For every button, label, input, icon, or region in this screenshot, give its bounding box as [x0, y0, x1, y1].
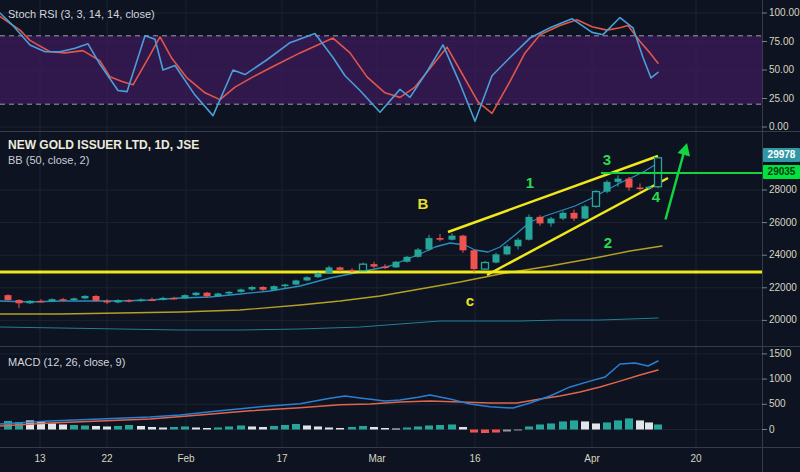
x-tick-label: Apr	[584, 453, 600, 464]
candle-body	[226, 292, 233, 294]
tradingview-chart-window: B1342c NEW GOLD ISSUER LTD, 1D, JSE BB (…	[0, 0, 800, 472]
macd-histogram-bar	[192, 427, 200, 429]
wave-label-2[interactable]: 2	[604, 234, 612, 251]
candle-body	[449, 236, 456, 240]
candle-body	[16, 300, 23, 303]
candle-body	[126, 300, 133, 302]
macd-histogram-bar	[137, 426, 145, 430]
candle-body	[548, 219, 555, 224]
macd-histogram-bar	[103, 426, 111, 429]
wave-label-1[interactable]: 1	[526, 174, 534, 191]
candle-body	[238, 289, 245, 291]
macd-histogram-bar	[425, 425, 433, 429]
candle-body	[271, 286, 278, 290]
x-tick-label: 22	[101, 453, 112, 464]
candle-body	[604, 182, 611, 192]
macd-histogram-bar	[503, 430, 511, 432]
macd-histogram-bar	[603, 422, 611, 429]
candle-body	[282, 285, 289, 287]
macd-histogram-bar	[645, 422, 653, 429]
candle-body	[315, 273, 322, 277]
candle-body	[571, 213, 578, 219]
candle-body	[426, 238, 433, 249]
candle-body	[371, 264, 378, 266]
candle-body	[326, 267, 333, 273]
candle-body	[304, 277, 311, 280]
x-tick-label: Mar	[368, 453, 385, 464]
candle-body	[537, 217, 544, 224]
y-tick-label: 1500	[769, 348, 791, 360]
candle-body	[393, 262, 400, 268]
candle-body	[171, 298, 178, 300]
chart-canvas[interactable]: B1342c	[0, 0, 800, 472]
y-tick-label: 0.00	[769, 121, 788, 133]
candle-body	[60, 299, 67, 301]
candle-body	[615, 179, 622, 182]
candle-body	[404, 257, 411, 262]
candle-body	[504, 246, 511, 254]
candle-body	[337, 267, 344, 269]
macd-histogram-bar	[359, 426, 367, 430]
up-arrow-drawing[interactable]	[666, 152, 685, 220]
last-price-label: 29978	[763, 148, 800, 162]
macd-histogram-bar	[403, 427, 411, 429]
candle-body	[460, 236, 467, 251]
wave-label-c[interactable]: c	[466, 292, 474, 309]
macd-histogram-bar	[237, 425, 245, 429]
macd-histogram-bar	[159, 427, 167, 429]
candle-body	[482, 263, 489, 270]
macd-histogram-bar	[636, 420, 644, 429]
candle-body	[49, 299, 56, 301]
macd-histogram-bar	[514, 430, 522, 431]
wave-label-4[interactable]: 4	[652, 188, 661, 205]
macd-histogram-bar	[436, 425, 444, 430]
up-arrow-head[interactable]	[678, 143, 691, 157]
macd-histogram-bar	[303, 425, 311, 429]
candle-body	[193, 293, 200, 295]
y-tick-label: 100.00	[769, 7, 800, 19]
macd-histogram-bar	[392, 428, 400, 429]
x-tick-label: 16	[469, 453, 480, 464]
macd-histogram-bar	[125, 425, 133, 430]
macd-histogram-bar	[614, 420, 622, 429]
macd-histogram-bar	[448, 424, 456, 429]
bb-indicator-label[interactable]: BB (50, close, 2)	[8, 154, 89, 166]
symbol-title[interactable]: NEW GOLD ISSUER LTD, 1D, JSE	[8, 138, 199, 152]
y-tick-label: 26000	[769, 217, 797, 229]
x-tick-label: Feb	[177, 453, 194, 464]
candle-body	[149, 300, 156, 302]
candle-body	[471, 250, 478, 269]
wave-label-B[interactable]: B	[418, 195, 429, 212]
candle-body	[560, 213, 567, 219]
candle-body	[38, 301, 45, 303]
macd-histogram-bar	[203, 428, 211, 430]
macd-histogram-bar	[170, 427, 178, 430]
macd-histogram-bar	[336, 428, 344, 430]
macd-histogram-bar	[292, 424, 300, 430]
macd-histogram-bar	[414, 426, 422, 429]
candle-body	[349, 270, 356, 272]
wave-label-3[interactable]: 3	[603, 151, 611, 168]
candle-body	[82, 296, 89, 298]
candle-body	[493, 254, 500, 262]
candle-body	[593, 192, 600, 207]
macd-histogram-bar	[525, 426, 533, 429]
macd-histogram-bar	[281, 425, 289, 430]
y-tick-label: 20000	[769, 314, 797, 326]
macd-histogram-bar	[259, 427, 267, 430]
candle-body	[93, 296, 100, 301]
macd-histogram-bar	[492, 430, 500, 433]
stoch-rsi-title[interactable]: Stoch RSI (3, 3, 14, 14, close)	[8, 8, 155, 20]
candle-body	[138, 300, 145, 302]
candle-body	[626, 179, 633, 188]
macd-title[interactable]: MACD (12, 26, close, 9)	[8, 356, 125, 368]
candle-body	[582, 206, 589, 218]
macd-histogram-bar	[547, 423, 555, 429]
macd-histogram-bar	[581, 421, 589, 429]
macd-histogram-bar	[48, 423, 56, 429]
bb-upper-line	[0, 163, 658, 302]
macd-histogram-bar	[225, 426, 233, 429]
candle-body	[249, 287, 256, 289]
y-tick-label: 50.00	[769, 64, 794, 76]
candle-body	[415, 249, 422, 256]
